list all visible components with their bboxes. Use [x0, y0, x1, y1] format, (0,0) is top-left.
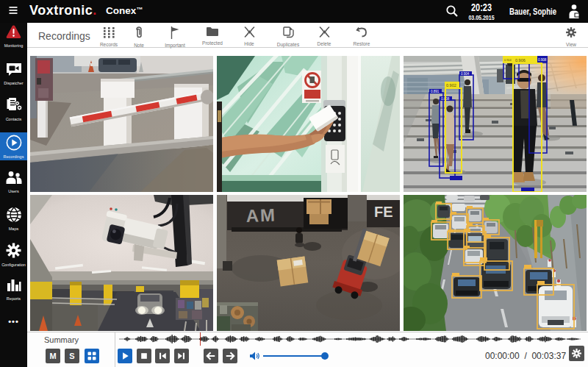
- svg-text:0.891: 0.891: [431, 90, 440, 93]
- svg-text:FE: FE: [374, 204, 393, 220]
- svg-text:0.904: 0.904: [461, 72, 470, 76]
- svg-text:0.906: 0.906: [515, 58, 526, 63]
- svg-text:0.902: 0.902: [446, 83, 456, 88]
- svg-text:AM: AM: [245, 205, 276, 226]
- svg-text:0.908: 0.908: [538, 58, 547, 62]
- svg-text:0.904: 0.904: [504, 59, 512, 62]
